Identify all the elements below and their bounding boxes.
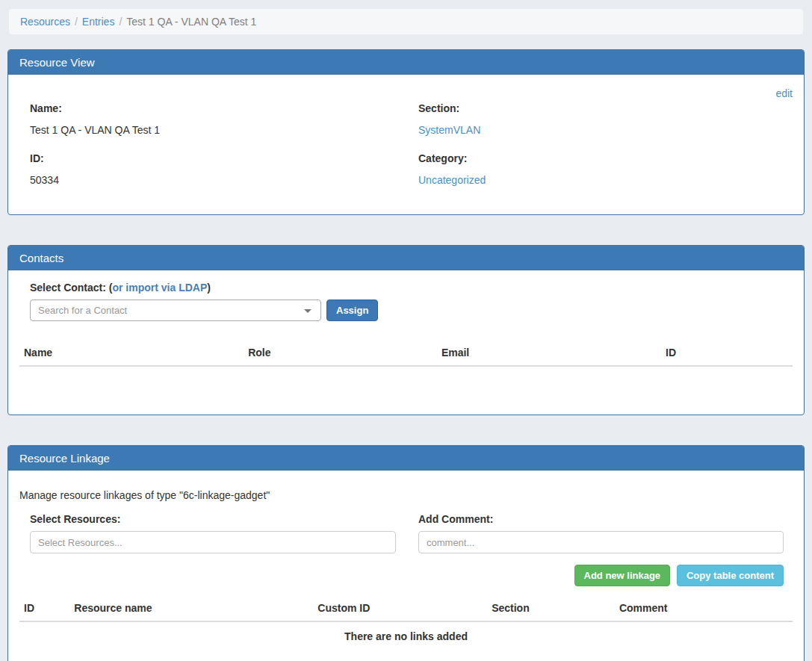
linkage-header-comment: Comment (615, 598, 793, 621)
add-comment-label: Add Comment: (418, 513, 784, 525)
assign-button[interactable]: Assign (326, 300, 378, 321)
select-contact-label-prefix: Select Contact: ( (30, 282, 112, 294)
linkage-header-section: Section (487, 598, 615, 621)
resource-linkage-panel: Resource Linkage Manage resource linkage… (7, 445, 805, 661)
chevron-down-icon (304, 309, 312, 313)
resource-view-panel: Resource View edit Name: Test 1 QA - VLA… (7, 49, 805, 215)
resource-linkage-panel-title: Resource Linkage (8, 446, 804, 471)
contacts-table: Name Role Email ID (19, 342, 793, 381)
contacts-header-id: ID (661, 342, 793, 366)
contacts-empty-row (19, 366, 793, 381)
id-label: ID: (30, 152, 418, 164)
linkage-header-resource-name: Resource name (69, 598, 313, 621)
name-label: Name: (30, 102, 418, 114)
contact-search-placeholder: Search for a Contact (38, 305, 127, 316)
linkage-header-custom-id: Custom ID (313, 598, 487, 621)
breadcrumb-current-page: Test 1 QA - VLAN QA Test 1 (126, 16, 256, 28)
resource-view-panel-title: Resource View (8, 50, 804, 75)
linkage-table: ID Resource name Custom ID Section Comme… (19, 598, 793, 661)
breadcrumb-separator: / (119, 16, 122, 28)
contacts-header-name: Name (19, 342, 244, 366)
contacts-panel: Contacts Select Contact: (or import via … (7, 245, 805, 415)
breadcrumb-resources-link[interactable]: Resources (20, 16, 70, 28)
contacts-header-email: Email (437, 342, 661, 366)
contacts-panel-body: Select Contact: (or import via LDAP) Sea… (8, 270, 804, 415)
linkage-description: Manage resource linkages of type "6c-lin… (19, 489, 793, 501)
breadcrumb-separator: / (75, 16, 78, 28)
resource-view-right-column: Section: SystemVLAN Category: Uncategori… (418, 102, 793, 186)
resource-view-left-column: Name: Test 1 QA - VLAN QA Test 1 ID: 503… (30, 102, 418, 186)
contacts-header-role: Role (244, 342, 437, 366)
contacts-panel-title: Contacts (8, 246, 804, 270)
comment-input[interactable] (418, 531, 784, 553)
no-links-message: There are no links added (19, 621, 793, 661)
category-label: Category: (418, 152, 793, 164)
section-value-link[interactable]: SystemVLAN (418, 124, 480, 136)
section-label: Section: (418, 102, 793, 114)
resource-view-panel-body: edit Name: Test 1 QA - VLAN QA Test 1 ID… (8, 75, 804, 214)
add-new-linkage-button[interactable]: Add new linkage (574, 565, 671, 586)
breadcrumb: Resources/Entries/Test 1 QA - VLAN QA Te… (9, 9, 803, 34)
linkage-empty-row: There are no links added (19, 621, 793, 661)
select-resources-label: Select Resources: (30, 513, 396, 525)
category-value-link[interactable]: Uncategorized (418, 174, 486, 186)
breadcrumb-entries-link[interactable]: Entries (82, 16, 115, 28)
id-value: 50334 (30, 174, 418, 186)
edit-link[interactable]: edit (775, 87, 793, 99)
select-resources-input[interactable] (30, 531, 396, 553)
copy-table-content-button[interactable]: Copy table content (677, 565, 784, 586)
select-contact-label: Select Contact: (or import via LDAP) (30, 282, 793, 294)
linkage-header-id: ID (19, 598, 69, 621)
name-value: Test 1 QA - VLAN QA Test 1 (30, 124, 418, 136)
select-contact-label-suffix: ) (207, 282, 211, 294)
import-ldap-link[interactable]: or import via LDAP (112, 282, 207, 294)
contact-search-dropdown[interactable]: Search for a Contact (30, 300, 321, 321)
contacts-table-header-row: Name Role Email ID (19, 342, 793, 366)
linkage-table-header-row: ID Resource name Custom ID Section Comme… (19, 598, 793, 621)
resource-linkage-panel-body: Manage resource linkages of type "6c-lin… (8, 471, 804, 661)
